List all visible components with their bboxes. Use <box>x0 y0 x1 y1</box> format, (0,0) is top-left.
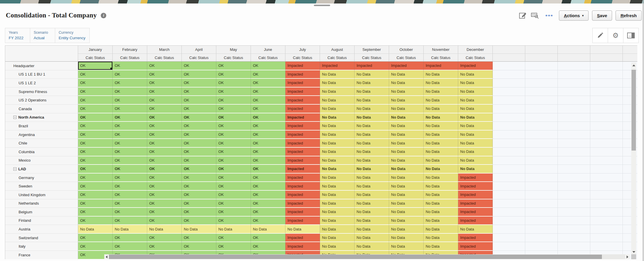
status-cell[interactable]: OK <box>78 139 113 148</box>
settings-gear-icon[interactable]: ⚙ <box>608 28 623 43</box>
row-label[interactable]: North America <box>5 113 78 122</box>
status-cell[interactable]: OK <box>251 130 285 139</box>
status-cell[interactable]: No Data <box>285 225 320 234</box>
status-cell[interactable]: No Data <box>320 174 355 182</box>
month-header[interactable]: May <box>216 46 251 54</box>
status-cell[interactable]: OK <box>182 182 216 191</box>
status-cell[interactable]: Impacted <box>285 113 320 122</box>
status-cell[interactable]: No Data <box>78 225 113 234</box>
status-cell[interactable]: OK <box>147 208 182 217</box>
status-cell[interactable]: No Data <box>389 105 424 113</box>
status-cell[interactable]: No Data <box>458 79 493 87</box>
status-cell[interactable]: No Data <box>355 70 389 79</box>
status-cell[interactable]: OK <box>251 156 285 165</box>
status-cell[interactable]: No Data <box>355 139 389 148</box>
status-cell[interactable]: OK <box>251 148 285 156</box>
status-cell[interactable]: OK <box>113 165 147 174</box>
status-cell[interactable]: OK <box>147 79 182 87</box>
status-cell[interactable]: OK <box>216 113 251 122</box>
status-cell[interactable]: No Data <box>355 225 389 234</box>
status-cell[interactable]: No Data <box>389 70 424 79</box>
status-cell[interactable]: No Data <box>320 122 355 130</box>
vertical-scrollbar[interactable] <box>631 62 636 254</box>
status-cell[interactable]: Impacted <box>285 62 320 70</box>
status-cell[interactable]: OK <box>78 62 113 70</box>
status-cell[interactable]: No Data <box>458 139 493 148</box>
status-cell[interactable]: OK <box>113 87 147 96</box>
header-collapse-handle[interactable] <box>314 5 330 6</box>
status-cell[interactable]: No Data <box>424 113 458 122</box>
status-cell[interactable]: OK <box>113 96 147 105</box>
status-cell[interactable]: OK <box>78 130 113 139</box>
status-cell[interactable]: No Data <box>458 105 493 113</box>
status-cell[interactable]: No Data <box>389 208 424 217</box>
status-cell[interactable]: OK <box>251 113 285 122</box>
status-cell[interactable]: Impacted <box>285 70 320 79</box>
status-cell[interactable]: OK <box>147 191 182 199</box>
status-cell[interactable]: No Data <box>424 217 458 225</box>
status-cell[interactable]: OK <box>113 217 147 225</box>
status-cell[interactable]: OK <box>251 122 285 130</box>
status-cell[interactable]: No Data <box>320 70 355 79</box>
row-label[interactable]: Headquarter <box>5 62 78 70</box>
status-cell[interactable]: No Data <box>355 217 389 225</box>
status-cell[interactable]: OK <box>113 208 147 217</box>
status-cell[interactable]: No Data <box>355 96 389 105</box>
status-cell[interactable]: Impacted <box>458 62 493 70</box>
status-cell[interactable]: Impacted <box>285 156 320 165</box>
status-cell[interactable]: OK <box>182 105 216 113</box>
horizontal-scroll-thumb[interactable] <box>109 255 602 259</box>
status-cell[interactable]: Impacted <box>458 217 493 225</box>
month-header[interactable]: July <box>285 46 320 54</box>
status-cell[interactable]: OK <box>182 79 216 87</box>
calc-status-header[interactable]: Calc Status <box>251 54 285 62</box>
row-label[interactable]: Germany <box>5 174 78 182</box>
month-header[interactable]: September <box>355 46 389 54</box>
status-cell[interactable]: OK <box>216 79 251 87</box>
status-cell[interactable]: No Data <box>424 156 458 165</box>
scroll-down-icon[interactable] <box>631 250 636 254</box>
status-cell[interactable]: OK <box>216 96 251 105</box>
status-cell[interactable]: Impacted <box>285 217 320 225</box>
status-cell[interactable]: OK <box>216 182 251 191</box>
status-cell[interactable]: OK <box>113 191 147 199</box>
status-cell[interactable]: No Data <box>320 113 355 122</box>
row-label[interactable]: Finland <box>5 217 78 225</box>
row-label[interactable]: France <box>5 251 78 259</box>
row-label[interactable]: Canada <box>5 105 78 113</box>
status-cell[interactable]: No Data <box>424 105 458 113</box>
status-cell[interactable]: Impacted <box>424 62 458 70</box>
month-header[interactable]: June <box>251 46 285 54</box>
row-label[interactable]: Austria <box>5 225 78 234</box>
status-cell[interactable]: No Data <box>355 174 389 182</box>
status-cell[interactable]: No Data <box>320 165 355 174</box>
status-cell[interactable]: OK <box>182 165 216 174</box>
status-cell[interactable]: OK <box>78 191 113 199</box>
status-cell[interactable]: OK <box>216 208 251 217</box>
status-cell[interactable]: OK <box>78 217 113 225</box>
status-cell[interactable]: OK <box>147 165 182 174</box>
row-label[interactable]: United Kingdom <box>5 191 78 199</box>
status-cell[interactable]: No Data <box>458 113 493 122</box>
status-cell[interactable]: OK <box>147 70 182 79</box>
status-cell[interactable]: OK <box>113 79 147 87</box>
status-cell[interactable]: No Data <box>320 130 355 139</box>
status-cell[interactable]: No Data <box>458 156 493 165</box>
status-cell[interactable]: Impacted <box>389 62 424 70</box>
status-cell[interactable]: OK <box>182 148 216 156</box>
status-cell[interactable]: OK <box>251 105 285 113</box>
status-cell[interactable]: OK <box>182 217 216 225</box>
status-cell[interactable]: No Data <box>320 105 355 113</box>
status-cell[interactable]: OK <box>78 70 113 79</box>
status-cell[interactable]: No Data <box>355 87 389 96</box>
status-cell[interactable]: OK <box>251 70 285 79</box>
status-cell[interactable]: No Data <box>389 87 424 96</box>
status-cell[interactable]: No Data <box>355 148 389 156</box>
status-cell[interactable]: OK <box>216 87 251 96</box>
status-cell[interactable]: No Data <box>355 199 389 208</box>
status-cell[interactable]: OK <box>113 70 147 79</box>
status-cell[interactable]: No Data <box>424 208 458 217</box>
status-cell[interactable]: No Data <box>147 225 182 234</box>
row-label[interactable]: Sweden <box>5 182 78 191</box>
calc-status-header[interactable]: Calc Status <box>285 54 320 62</box>
